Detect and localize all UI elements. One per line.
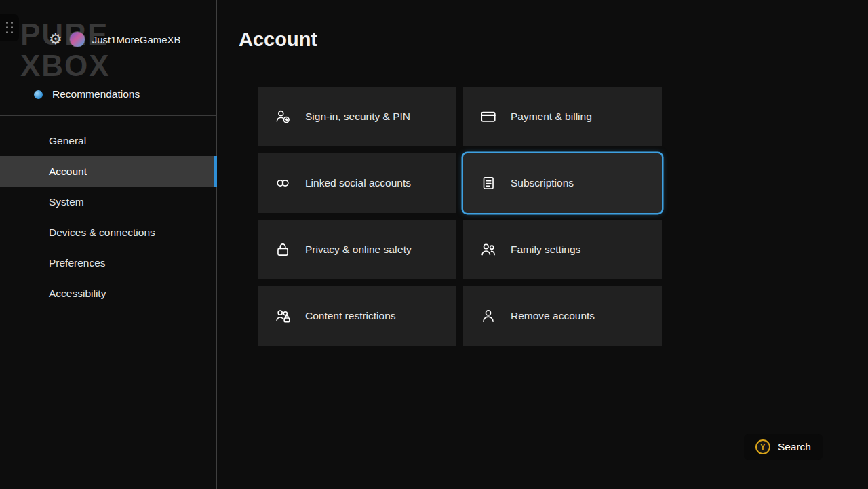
tile-label: Subscriptions bbox=[511, 177, 574, 189]
sidebar: PURE XBOX ⚙ Just1MoreGameXB Recommendati… bbox=[0, 0, 217, 489]
tile-label: Content restrictions bbox=[305, 310, 396, 322]
remove-account-icon bbox=[479, 307, 497, 325]
signin-key-icon bbox=[274, 108, 292, 125]
tile-label: Linked social accounts bbox=[305, 177, 411, 189]
account-tiles-grid: Sign-in, security & PIN Payment & billin… bbox=[258, 87, 662, 346]
sidebar-item-general[interactable]: General bbox=[0, 125, 217, 156]
family-icon bbox=[479, 241, 497, 258]
sidebar-item-accessibility[interactable]: Accessibility bbox=[0, 278, 217, 309]
drag-handle-icon bbox=[0, 14, 19, 41]
y-button-icon: Y bbox=[755, 439, 770, 454]
sidebar-item-recommendations[interactable]: Recommendations bbox=[34, 88, 140, 100]
tile-label: Remove accounts bbox=[511, 310, 595, 322]
tile-label: Sign-in, security & PIN bbox=[305, 111, 410, 123]
tile-payment-billing[interactable]: Payment & billing bbox=[463, 87, 662, 146]
content-restrictions-icon bbox=[274, 307, 292, 325]
page-title: Account bbox=[239, 28, 317, 51]
tile-linked-social-accounts[interactable]: Linked social accounts bbox=[258, 153, 456, 213]
sidebar-menu: General Account System Devices & connect… bbox=[0, 125, 217, 309]
avatar[interactable] bbox=[69, 31, 85, 47]
lock-icon bbox=[274, 241, 292, 258]
search-button[interactable]: Y Search bbox=[744, 434, 823, 460]
tile-subscriptions[interactable]: Subscriptions bbox=[463, 153, 662, 213]
tile-family-settings[interactable]: Family settings bbox=[463, 220, 662, 279]
sidebar-divider bbox=[0, 115, 216, 116]
recommendations-dot-icon bbox=[34, 90, 43, 99]
recommendations-label: Recommendations bbox=[52, 88, 140, 100]
search-label: Search bbox=[778, 441, 811, 453]
link-icon bbox=[274, 174, 292, 192]
payment-card-icon bbox=[479, 108, 497, 125]
sidebar-item-account[interactable]: Account bbox=[0, 156, 217, 187]
tile-label: Privacy & online safety bbox=[305, 243, 412, 256]
tile-remove-accounts[interactable]: Remove accounts bbox=[463, 286, 662, 346]
gamertag-label: Just1MoreGameXB bbox=[92, 34, 181, 45]
pure-xbox-watermark: PURE XBOX bbox=[20, 19, 111, 81]
tile-content-restrictions[interactable]: Content restrictions bbox=[258, 286, 456, 346]
tile-label: Payment & billing bbox=[511, 111, 592, 123]
subscriptions-list-icon bbox=[479, 174, 497, 192]
tile-label: Family settings bbox=[511, 243, 580, 256]
tile-signin-security-pin[interactable]: Sign-in, security & PIN bbox=[258, 87, 456, 146]
sidebar-item-system[interactable]: System bbox=[0, 187, 217, 217]
profile-row: ⚙ Just1MoreGameXB bbox=[49, 31, 181, 47]
sidebar-item-devices-connections[interactable]: Devices & connections bbox=[0, 217, 217, 248]
settings-gear-icon[interactable]: ⚙ bbox=[49, 32, 62, 47]
sidebar-item-preferences[interactable]: Preferences bbox=[0, 248, 217, 278]
tile-privacy-online-safety[interactable]: Privacy & online safety bbox=[258, 220, 456, 279]
